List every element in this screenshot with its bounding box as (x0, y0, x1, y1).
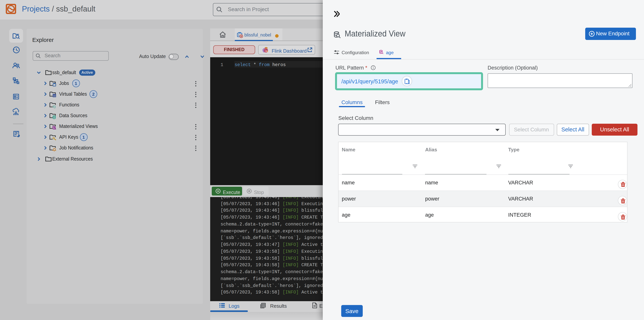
svg-text:f(): f() (53, 105, 56, 108)
